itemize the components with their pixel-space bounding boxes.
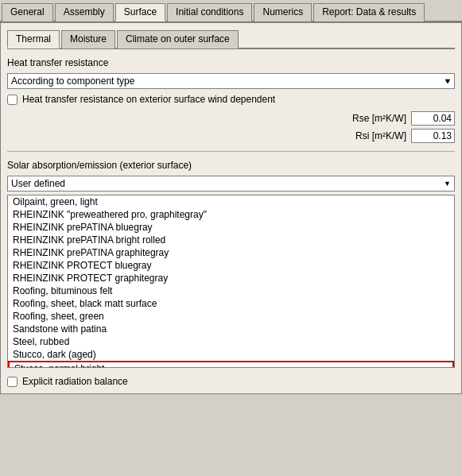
solar-dropdown-header[interactable]: User defined — [7, 176, 455, 192]
main-content: Thermal Moisture Climate on outer surfac… — [0, 22, 462, 394]
list-item[interactable]: Oilpaint, green, light — [8, 195, 454, 208]
heat-transfer-select-row: According to component type — [7, 73, 455, 89]
top-tab-bar: General Assembly Surface Initial conditi… — [0, 0, 462, 22]
tab-general[interactable]: General — [2, 3, 53, 21]
list-item-selected[interactable]: Stucco, normal bright — [8, 361, 454, 368]
rse-input[interactable] — [411, 111, 455, 126]
list-item[interactable]: RHEINZINK "preweathered pro, graphitegra… — [8, 208, 454, 221]
list-item[interactable]: RHEINZINK prePATINA bright rolled — [8, 234, 454, 246]
list-item[interactable]: RHEINZINK PROTECT bluegray — [8, 259, 454, 272]
tab-report[interactable]: Report: Data & results — [313, 3, 425, 21]
tab-numerics[interactable]: Numerics — [254, 3, 312, 21]
heat-transfer-checkbox[interactable] — [7, 95, 17, 105]
list-item[interactable]: Stucco, dark (aged) — [8, 348, 454, 361]
heat-transfer-select-wrapper[interactable]: According to component type — [7, 73, 455, 89]
heat-transfer-select-value: According to component type — [11, 75, 134, 87]
tab-thermal[interactable]: Thermal — [7, 30, 60, 48]
rse-field-row: Rse [m²K/W] — [7, 111, 455, 126]
explicit-radiation-checkbox[interactable] — [7, 377, 17, 387]
list-item[interactable]: Roofing, sheet, green — [8, 310, 454, 323]
list-item[interactable]: RHEINZINK prePATINA graphitegray — [8, 246, 454, 259]
tab-moisture[interactable]: Moisture — [61, 30, 115, 48]
solar-section: Solar absorption/emission (exterior surf… — [7, 160, 455, 368]
section-divider — [7, 151, 455, 152]
solar-list-container[interactable]: Oilpaint, green, light RHEINZINK "prewea… — [7, 195, 455, 368]
rsi-label: Rsi [m²K/W] — [327, 130, 406, 141]
tab-climate-outer[interactable]: Climate on outer surface — [117, 30, 239, 48]
tab-initial-conditions[interactable]: Initial conditions — [167, 3, 252, 21]
explicit-radiation-label: Explicit radiation balance — [22, 376, 128, 387]
solar-dropdown-value: User defined — [11, 178, 65, 189]
list-item[interactable]: RHEINZINK prePATINA bluegray — [8, 221, 454, 234]
rse-label: Rse [m²K/W] — [327, 113, 406, 124]
rsi-input[interactable] — [411, 129, 455, 143]
list-item[interactable]: Steel, rubbed — [8, 335, 454, 348]
solar-label: Solar absorption/emission (exterior surf… — [7, 160, 455, 171]
tab-assembly[interactable]: Assembly — [55, 3, 114, 21]
tab-surface[interactable]: Surface — [115, 3, 165, 21]
heat-transfer-dropdown[interactable]: According to component type — [7, 73, 455, 89]
rsi-field-row: Rsi [m²K/W] — [7, 129, 455, 143]
sub-tab-bar: Thermal Moisture Climate on outer surfac… — [7, 29, 455, 49]
list-item[interactable]: Roofing, bituminous felt — [8, 284, 454, 297]
list-item[interactable]: Sandstone with patina — [8, 323, 454, 335]
explicit-radiation-row: Explicit radiation balance — [7, 376, 455, 387]
heat-transfer-checkbox-label: Heat transfer resistance on exterior sur… — [22, 94, 275, 105]
heat-transfer-label: Heat transfer resistance — [7, 57, 455, 68]
heat-transfer-checkbox-row: Heat transfer resistance on exterior sur… — [7, 94, 455, 105]
list-item[interactable]: RHEINZINK PROTECT graphitegray — [8, 272, 454, 284]
list-item[interactable]: Roofing, sheet, black matt surface — [8, 297, 454, 310]
